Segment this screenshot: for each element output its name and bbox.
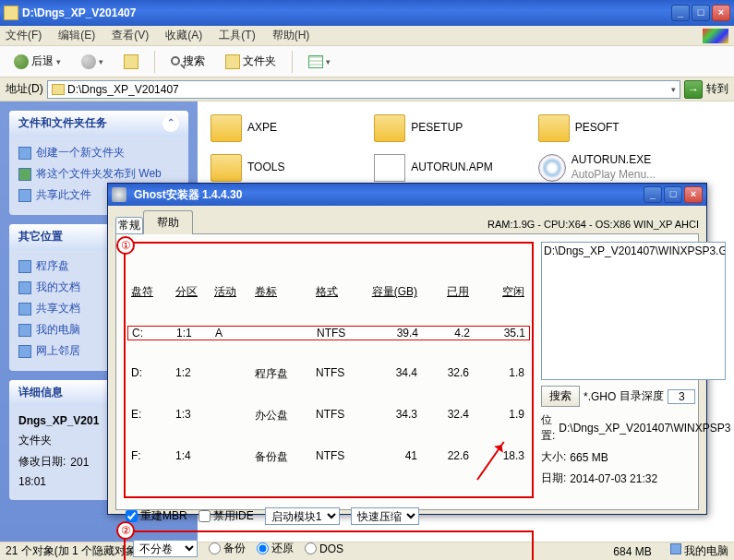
detail-title: 详细信息 xyxy=(18,385,63,401)
up-button[interactable] xyxy=(115,51,147,73)
task-new-folder[interactable]: 创建一个新文件夹 xyxy=(18,142,179,163)
rebuild-mbr-checkbox[interactable]: 重建MBR xyxy=(126,508,187,524)
folder-icon xyxy=(4,6,18,20)
tasks-title: 文件和文件夹任务 xyxy=(18,115,107,132)
status-objects: 21 个对象(加 1 个隐藏对象) xyxy=(6,543,140,559)
menu-tools[interactable]: 工具(T) xyxy=(219,28,255,43)
file-icon xyxy=(374,154,405,182)
folder-icon xyxy=(18,147,31,160)
image-section: ② 不分卷 备份 还原 DOS 映像 .. ▾ xyxy=(124,530,534,560)
search-gho-button[interactable]: 搜索 xyxy=(541,386,580,407)
explorer-titlebar: D:\Dngs_XP_V201407 _ □ × xyxy=(0,0,734,26)
boot-module-select[interactable]: 启动模块1 xyxy=(265,507,340,525)
computer-icon xyxy=(670,543,681,554)
drive-icon xyxy=(18,260,31,273)
cd-icon xyxy=(538,154,566,182)
folder-icon xyxy=(211,114,242,142)
network-icon xyxy=(18,345,31,358)
dialog-minimize-button[interactable]: _ xyxy=(644,186,662,203)
system-info: RAM:1.9G - CPU:X64 - OS:X86 WIN_XP AHCI xyxy=(487,219,699,233)
folder-icon xyxy=(211,154,242,182)
tab-general[interactable]: 常规 xyxy=(115,217,143,234)
menu-edit[interactable]: 编辑(E) xyxy=(58,28,95,43)
file-item[interactable]: PESOFT xyxy=(535,111,692,146)
status-size: 684 MB xyxy=(613,545,651,558)
backup-radio[interactable]: 备份 xyxy=(209,541,246,556)
docs-icon xyxy=(18,281,31,294)
computer-icon xyxy=(18,324,31,337)
disable-ide-checkbox[interactable]: 禁用IDE xyxy=(199,508,254,524)
disk-row[interactable]: D:1:2程序盘NTFS34.432.61.8 xyxy=(131,366,526,382)
close-button[interactable]: × xyxy=(712,5,730,21)
maximize-button[interactable]: □ xyxy=(692,5,710,21)
file-item[interactable]: AUTORUN.EXEAutoPlay Menu... xyxy=(535,149,692,185)
dos-radio[interactable]: DOS xyxy=(305,542,343,555)
address-label: 地址(D) xyxy=(6,81,43,97)
back-button[interactable]: 后退▾ xyxy=(6,50,69,73)
go-label: 转到 xyxy=(706,81,728,97)
gho-list[interactable]: D:\Dngs_XP_V201407\WINXPSP3.GHO xyxy=(541,242,726,380)
minimize-button[interactable]: _ xyxy=(671,5,690,21)
menubar: 文件(F) 编辑(E) 查看(V) 收藏(A) 工具(T) 帮助(H) xyxy=(0,26,734,46)
info-size: 665 MB xyxy=(570,451,608,464)
up-icon xyxy=(124,54,138,69)
info-date: 2014-07-03 21:32 xyxy=(570,472,657,485)
search-button[interactable]: 搜索 xyxy=(162,50,213,73)
address-input[interactable]: D:\Dngs_XP_V201407▾ xyxy=(47,80,680,99)
go-button[interactable]: → xyxy=(684,80,703,99)
file-item[interactable]: AUTORUN.APM xyxy=(370,150,527,185)
novol-select[interactable]: 不分卷 xyxy=(133,540,198,557)
search-icon xyxy=(171,56,180,66)
globe-icon xyxy=(18,168,31,181)
folders-icon xyxy=(225,54,240,69)
disk-row[interactable]: E:1:3办公盘NTFS34.332.41.9 xyxy=(131,408,526,423)
menu-view[interactable]: 查看(V) xyxy=(112,28,149,43)
folder-icon xyxy=(52,84,65,95)
file-item[interactable]: AXPE xyxy=(207,111,364,146)
disk-row-selected[interactable]: C:1:1ANTFS39.44.235.1 xyxy=(127,326,530,340)
annotation-1: ① xyxy=(116,236,135,255)
window-title: D:\Dngs_XP_V201407 xyxy=(18,6,671,19)
tab-help[interactable]: 帮助 xyxy=(143,210,193,234)
other-title: 其它位置 xyxy=(18,229,63,245)
ghost-icon xyxy=(112,187,126,202)
folder-icon xyxy=(374,114,405,142)
ext-label: *.GHO xyxy=(584,390,616,403)
shared-icon xyxy=(18,303,31,316)
status-location: 我的电脑 xyxy=(684,544,728,557)
dialog-maximize-button[interactable]: □ xyxy=(664,186,682,203)
windows-flag-icon xyxy=(703,29,728,43)
menu-file[interactable]: 文件(F) xyxy=(6,28,42,43)
menu-help[interactable]: 帮助(H) xyxy=(272,28,310,43)
back-icon xyxy=(14,54,29,69)
share-icon xyxy=(18,189,31,202)
file-item[interactable]: TOOLS xyxy=(207,150,364,185)
folders-button[interactable]: 文件夹 xyxy=(217,50,284,73)
dialog-close-button[interactable]: × xyxy=(684,186,703,203)
address-bar: 地址(D) D:\Dngs_XP_V201407▾ → 转到 xyxy=(0,77,734,101)
disk-table: ① 盘符分区活动卷标格式容量(GB)已用空闲 C:1:1ANTFS39.44.2… xyxy=(124,242,534,498)
collapse-icon[interactable]: ⌃ xyxy=(162,115,179,132)
restore-radio[interactable]: 还原 xyxy=(257,541,294,556)
compress-select[interactable]: 快速压缩 xyxy=(351,507,419,525)
depth-label: 目录深度 xyxy=(620,388,664,404)
info-location: D:\Dngs_XP_V201407\WINXPSP3 xyxy=(559,422,730,435)
file-item[interactable]: PESETUP xyxy=(370,111,527,146)
menu-fav[interactable]: 收藏(A) xyxy=(165,28,202,43)
annotation-2: ② xyxy=(116,521,135,540)
depth-input[interactable] xyxy=(668,389,695,404)
folder-icon xyxy=(538,114,570,142)
forward-button[interactable]: ▾ xyxy=(73,51,112,73)
ghost-dialog: Ghost安装器 1.4.4.30 _ □ × 常规 帮助 RAM:1.9G -… xyxy=(107,183,707,515)
forward-icon xyxy=(81,54,96,69)
view-button[interactable]: ▾ xyxy=(300,52,339,72)
task-publish[interactable]: 将这个文件夹发布到 Web xyxy=(18,163,179,185)
dialog-title: Ghost安装器 1.4.4.30 xyxy=(130,187,644,203)
disk-row[interactable]: F:1:4备份盘NTFS4122.618.3 xyxy=(131,449,526,465)
toolbar: 后退▾ ▾ 搜索 文件夹 ▾ xyxy=(0,46,734,77)
